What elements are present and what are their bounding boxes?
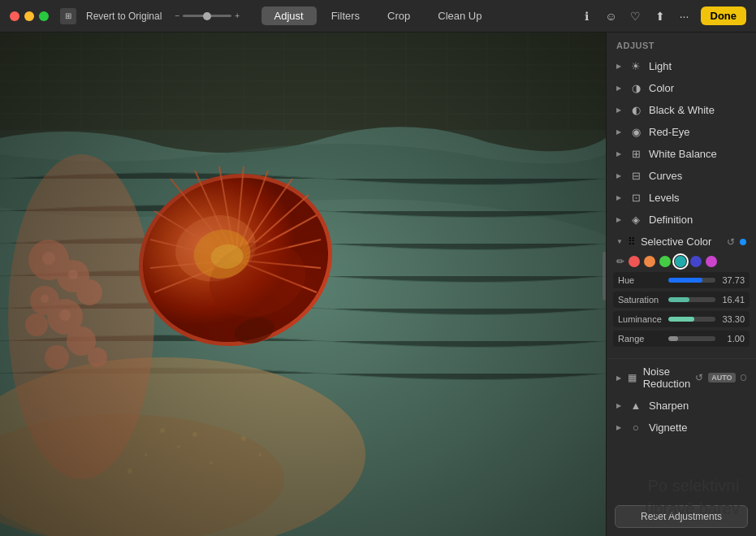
main-content: ADJUST ▶ ☀ Light ▶ ◑ Color ▶ ◐ Black & W… <box>0 32 756 536</box>
zoom-out-icon[interactable]: − <box>175 11 179 20</box>
tab-adjust[interactable]: Adjust <box>261 6 317 25</box>
share-icon[interactable]: ⬆ <box>652 8 668 24</box>
chevron-right-icon: ▶ <box>616 63 621 70</box>
vignette-icon: ○ <box>629 421 642 434</box>
sliders-area: Hue 37.73 Saturation 16.41 Luminan <box>607 272 756 357</box>
zoom-slider[interactable] <box>183 15 231 17</box>
selective-color-icon: ⠿ <box>628 236 636 248</box>
chevron-right-icon: ▶ <box>616 194 621 201</box>
reset-sc-icon[interactable]: ↺ <box>727 236 735 248</box>
photo-area <box>0 32 606 536</box>
minimize-button[interactable] <box>24 11 34 21</box>
swatch-purple[interactable] <box>706 256 717 267</box>
pencil-icon[interactable]: ✏ <box>616 256 624 267</box>
wb-label: White Balance <box>649 148 746 160</box>
bottom-text-line2: úpravě barev <box>645 497 740 520</box>
swatch-blue[interactable] <box>690 256 702 267</box>
luminance-label: Luminance <box>618 314 665 324</box>
noise-icon: ▦ <box>626 372 638 383</box>
heart-icon[interactable]: ♡ <box>628 8 644 24</box>
saturation-slider-row: Saturation 16.41 <box>613 292 750 308</box>
chevron-down-icon: ▼ <box>616 238 623 245</box>
swatch-red[interactable] <box>629 256 640 267</box>
nav-tabs: Adjust Filters Crop Clean Up <box>261 6 495 25</box>
zoom-control: − + <box>175 11 240 20</box>
luminance-value: 33.30 <box>719 314 745 324</box>
selective-color-header[interactable]: ▼ ⠿ Selective Color ↺ <box>607 231 756 253</box>
done-button[interactable]: Done <box>701 6 747 25</box>
light-icon: ☀ <box>629 60 642 72</box>
svg-rect-52 <box>0 32 606 536</box>
more-icon[interactable]: ··· <box>676 8 693 24</box>
hue-value: 37.73 <box>719 275 745 285</box>
sidebar-toggle-button[interactable]: ⊞ <box>60 8 76 24</box>
range-slider-row: Range 1.00 <box>613 331 750 347</box>
adjust-item-noise[interactable]: ▶ ▦ Noise Reduction ↺ AUTO <box>607 361 756 395</box>
light-label: Light <box>649 60 746 72</box>
chevron-right-icon: ▶ <box>616 216 621 223</box>
redeye-label: Red-Eye <box>649 126 746 138</box>
chevron-right-icon: ▶ <box>616 374 621 382</box>
levels-icon: ⊡ <box>629 192 642 204</box>
adjust-item-bw[interactable]: ▶ ◐ Black & White <box>607 99 756 121</box>
redeye-icon: ◉ <box>629 126 642 138</box>
right-panel: ADJUST ▶ ☀ Light ▶ ◑ Color ▶ ◐ Black & W… <box>606 32 756 536</box>
bottom-caption: Po selektivní úpravě barev <box>645 474 740 520</box>
titlebar: ⊞ Revert to Original − + Adjust Filters … <box>0 0 756 32</box>
swatch-green[interactable] <box>659 256 671 267</box>
curves-label: Curves <box>649 170 746 182</box>
chevron-right-icon: ▶ <box>616 150 621 158</box>
color-icon: ◑ <box>629 82 642 94</box>
zoom-in-icon[interactable]: + <box>235 11 240 20</box>
traffic-lights <box>10 11 49 21</box>
hue-label: Hue <box>618 275 665 285</box>
sc-active-indicator <box>740 239 746 245</box>
color-label: Color <box>649 82 746 94</box>
tab-cleanup[interactable]: Clean Up <box>425 6 495 25</box>
tab-filters[interactable]: Filters <box>318 6 373 25</box>
close-button[interactable] <box>10 11 19 21</box>
swatch-teal[interactable] <box>675 256 686 267</box>
adjust-item-sharpen[interactable]: ▶ ▲ Sharpen <box>607 395 756 417</box>
maximize-button[interactable] <box>39 11 49 21</box>
panel-header: ADJUST <box>607 32 756 55</box>
adjust-item-levels[interactable]: ▶ ⊡ Levels <box>607 187 756 209</box>
sharpen-icon: ▲ <box>629 400 642 412</box>
info-icon[interactable]: ℹ <box>579 8 595 24</box>
noise-reset-icon[interactable]: ↺ <box>695 372 703 383</box>
range-slider[interactable] <box>668 336 715 341</box>
emoji-icon[interactable]: ☺ <box>603 8 620 24</box>
bw-icon: ◐ <box>629 104 642 116</box>
definition-icon: ◈ <box>629 214 642 226</box>
bottom-text-line1: Po selektivní <box>645 474 740 497</box>
hue-slider[interactable] <box>668 278 715 283</box>
curves-icon: ⊟ <box>629 170 642 182</box>
window-controls: ⊞ <box>60 8 76 24</box>
luminance-slider[interactable] <box>668 317 715 322</box>
toolbar-right: ℹ ☺ ♡ ⬆ ··· Done <box>579 6 747 25</box>
adjust-item-vignette[interactable]: ▶ ○ Vignette <box>607 417 756 439</box>
adjust-item-definition[interactable]: ▶ ◈ Definition <box>607 209 756 231</box>
chevron-right-icon: ▶ <box>616 402 621 409</box>
bw-label: Black & White <box>649 104 746 116</box>
noise-indicator <box>741 374 746 381</box>
tab-crop[interactable]: Crop <box>374 6 423 25</box>
adjust-item-redeye[interactable]: ▶ ◉ Red-Eye <box>607 121 756 143</box>
scrollbar-indicator <box>603 252 606 300</box>
swatch-orange[interactable] <box>644 256 655 267</box>
adjust-item-curves[interactable]: ▶ ⊟ Curves <box>607 165 756 187</box>
saturation-value: 16.41 <box>719 295 745 305</box>
chevron-right-icon: ▶ <box>616 128 621 136</box>
revert-button[interactable]: Revert to Original <box>86 11 162 22</box>
sharpen-label: Sharpen <box>649 400 746 412</box>
hue-slider-row: Hue 37.73 <box>613 272 750 288</box>
adjust-item-light[interactable]: ▶ ☀ Light <box>607 55 756 77</box>
adjust-item-whitebalance[interactable]: ▶ ⊞ White Balance <box>607 143 756 165</box>
saturation-slider[interactable] <box>668 297 715 302</box>
noise-label: Noise Reduction <box>643 365 691 390</box>
selective-color-label: Selective Color <box>641 236 722 248</box>
wb-icon: ⊞ <box>629 148 642 160</box>
adjust-item-color[interactable]: ▶ ◑ Color <box>607 77 756 99</box>
definition-label: Definition <box>649 214 746 226</box>
color-swatches: ✏ <box>607 253 756 272</box>
